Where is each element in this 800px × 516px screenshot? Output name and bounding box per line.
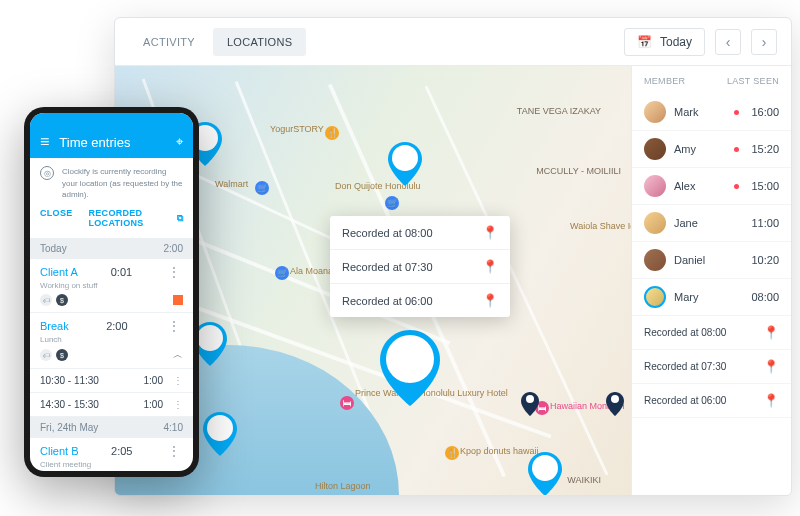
phone-screen: ≡ Time entries ⌖ ◎ Clockify is currently… xyxy=(30,113,193,471)
location-icon: 📍 xyxy=(482,225,498,240)
recording-label: Recorded at 06:00 xyxy=(644,395,726,406)
recording-label: Recorded at 07:30 xyxy=(644,361,726,372)
billable-icon[interactable]: $ xyxy=(56,349,68,361)
member-time: 15:20 xyxy=(751,143,779,155)
app-title: Time entries xyxy=(59,135,166,150)
location-icon: 📍 xyxy=(763,393,779,408)
member-row[interactable]: Mary08:00 xyxy=(632,279,791,316)
chevron-up-icon[interactable]: ︿ xyxy=(173,348,183,362)
member-name: Amy xyxy=(674,143,726,155)
tabs: ACTIVITY Locations xyxy=(129,28,306,56)
stop-button[interactable] xyxy=(173,295,183,305)
time-entry[interactable]: Client A 0:01 ⋮ Working on stuff 🏷 $ xyxy=(30,259,193,313)
poi-icon: 🛒 xyxy=(255,181,269,195)
member-time: 16:00 xyxy=(751,106,779,118)
billable-icon[interactable]: $ xyxy=(56,294,68,306)
popup-row[interactable]: Recorded at 07:30 📍 xyxy=(330,250,510,284)
sub-entry[interactable]: 14:30 - 15:30 1:00⋮ xyxy=(30,393,193,417)
status-bar xyxy=(30,113,193,126)
recording-row[interactable]: Recorded at 06:00📍 xyxy=(632,384,791,418)
poi-icon: 🍴 xyxy=(445,446,459,460)
popup-row[interactable]: Recorded at 08:00 📍 xyxy=(330,216,510,250)
recorded-locations-button[interactable]: RECORDED LOCATIONS ⧉ xyxy=(89,208,183,228)
time-range: 10:30 - 11:30 xyxy=(40,375,99,386)
action-label: RECORDED LOCATIONS xyxy=(89,208,173,228)
group-header: Today 2:00 xyxy=(30,238,193,259)
sub-duration: 1:00 xyxy=(144,399,163,410)
sub-duration: 1:00 xyxy=(144,375,163,386)
member-name: Mark xyxy=(674,106,726,118)
entry-duration: 2:00 xyxy=(106,320,127,332)
poi-icon: 🍴 xyxy=(325,126,339,140)
time-entry[interactable]: Client B 2:05 ⋮ Client meeting xyxy=(30,438,193,471)
tab-activity[interactable]: ACTIVITY xyxy=(129,28,209,56)
group-label: Today xyxy=(40,243,67,254)
col-lastseen[interactable]: LAST SEEN xyxy=(727,76,779,86)
group-total: 2:00 xyxy=(164,243,183,254)
popup-label: Recorded at 07:30 xyxy=(342,261,433,273)
group-total: 4:10 xyxy=(164,422,183,433)
popup-label: Recorded at 08:00 xyxy=(342,227,433,239)
entry-name: Client A xyxy=(40,266,78,278)
sidebar-header: MEMBER LAST SEEN xyxy=(632,66,791,94)
route-point[interactable] xyxy=(606,392,624,416)
next-button[interactable]: › xyxy=(751,29,777,55)
group-header: Fri, 24th May 4:10 xyxy=(30,417,193,438)
member-pin-selected[interactable] xyxy=(380,330,440,406)
gps-icon[interactable]: ⌖ xyxy=(176,134,183,150)
route-point[interactable] xyxy=(521,392,539,416)
recording-label: Recorded at 08:00 xyxy=(644,327,726,338)
desktop-body: TANE VEGA IZAKAY MCCULLY - MOILIILI WAIK… xyxy=(115,66,791,495)
date-picker[interactable]: 📅 Today xyxy=(624,28,705,56)
entry-name: Break xyxy=(40,320,69,332)
location-icon: 📍 xyxy=(763,325,779,340)
member-pin[interactable] xyxy=(388,142,422,186)
desktop-header: ACTIVITY Locations 📅 Today ‹ › xyxy=(115,18,791,66)
time-range: 14:30 - 15:30 xyxy=(40,399,99,410)
member-time: 10:20 xyxy=(751,254,779,266)
member-pin[interactable] xyxy=(528,452,562,495)
entry-duration: 2:05 xyxy=(111,445,132,457)
location-notice: ◎ Clockify is currently recording your l… xyxy=(30,158,193,208)
member-time: 11:00 xyxy=(751,217,779,229)
member-pin[interactable] xyxy=(203,412,237,456)
more-icon[interactable]: ⋮ xyxy=(165,319,183,333)
member-row[interactable]: Jane11:00 xyxy=(632,205,791,242)
prev-button[interactable]: ‹ xyxy=(715,29,741,55)
member-row[interactable]: Alex15:00 xyxy=(632,168,791,205)
time-entry[interactable]: Break 2:00 ⋮ Lunch 🏷 $ ︿ xyxy=(30,313,193,369)
more-icon[interactable]: ⋮ xyxy=(165,265,183,279)
menu-icon[interactable]: ≡ xyxy=(40,133,49,151)
location-icon: 📍 xyxy=(763,359,779,374)
district-tane: TANE VEGA IZAKAY xyxy=(517,106,601,116)
poi-icon: 🛒 xyxy=(385,196,399,210)
member-sidebar: MEMBER LAST SEEN Mark16:00 Amy15:20 Alex… xyxy=(631,66,791,495)
district-waikiki: WAIKIKI xyxy=(567,475,601,485)
member-name: Mary xyxy=(674,291,743,303)
recording-row[interactable]: Recorded at 07:30📍 xyxy=(632,350,791,384)
sub-entry[interactable]: 10:30 - 11:30 1:00⋮ xyxy=(30,369,193,393)
target-icon: ◎ xyxy=(40,166,54,180)
more-icon[interactable]: ⋮ xyxy=(165,444,183,458)
more-icon[interactable]: ⋮ xyxy=(173,399,183,410)
member-row[interactable]: Amy15:20 xyxy=(632,131,791,168)
close-button[interactable]: CLOSE xyxy=(40,208,73,228)
poi-waiola: Waiola Shave Ice xyxy=(570,221,631,231)
desktop-window: ACTIVITY Locations 📅 Today ‹ › TANE VEGA… xyxy=(114,17,792,496)
more-icon[interactable]: ⋮ xyxy=(173,375,183,386)
member-row[interactable]: Daniel10:20 xyxy=(632,242,791,279)
member-name: Alex xyxy=(674,180,726,192)
entry-name: Client B xyxy=(40,445,79,457)
member-name: Jane xyxy=(674,217,743,229)
open-icon: ⧉ xyxy=(177,213,183,224)
poi-icon: 🛏 xyxy=(340,396,354,410)
tag-icon[interactable]: 🏷 xyxy=(40,294,52,306)
recording-row[interactable]: Recorded at 08:00📍 xyxy=(632,316,791,350)
tag-icon[interactable]: 🏷 xyxy=(40,349,52,361)
poi-kpop: Kpop donuts hawaii xyxy=(460,446,539,456)
tab-locations[interactable]: Locations xyxy=(213,28,306,56)
group-label: Fri, 24th May xyxy=(40,422,98,433)
col-member[interactable]: MEMBER xyxy=(644,76,685,86)
member-row[interactable]: Mark16:00 xyxy=(632,94,791,131)
popup-row[interactable]: Recorded at 06:00 📍 xyxy=(330,284,510,317)
